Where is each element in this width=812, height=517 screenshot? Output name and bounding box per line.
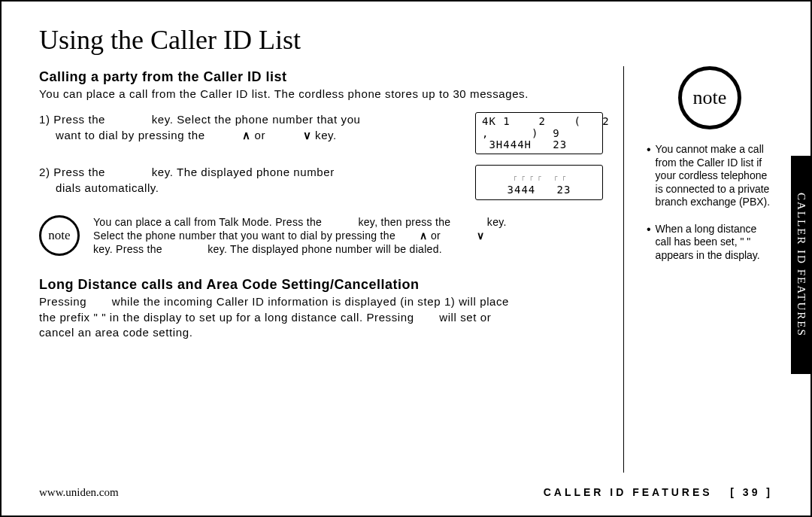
in-l1b: key, then press the [358,216,450,228]
section-heading-calling: Calling a party from the Caller ID list [39,69,604,85]
step1-pre: 1) Press the [39,113,105,126]
lcd-display-1: 4K 1 2 ( 2 , ) 9 3H444H 23 [475,112,603,154]
page: Using the Caller ID List Calling a party… [0,0,812,517]
ld-body: Pressing while the incoming Caller ID in… [39,294,604,340]
step2-pre: 2) Press the [39,166,105,178]
page-title: Using the Caller ID List [39,24,773,56]
long-distance-section: Long Distance calls and Area Code Settin… [39,277,604,340]
up-arrow-icon: ∧ [242,129,251,141]
in-l1a: You can place a call from Talk Mode. Pre… [93,216,322,228]
step2-line2: dials automatically. [39,181,159,194]
lcd1-l2: , ) 9 [482,127,560,139]
note-small-label: note [48,228,70,243]
lcd2-dash: ┌ ┌ ┌ ┌ ┌ ┌ [513,173,565,181]
up-arrow-icon: ∧ [420,230,427,242]
inline-note-text: You can place a call from Talk Mode. Pre… [93,215,604,257]
right-b2-text: When a long distance call has been set, … [656,223,773,263]
ld-p2b: will set or [439,311,491,324]
lcd1-l1: 4K 1 2 ( 2 [482,115,610,127]
ld-p1b: while the incoming Caller ID information… [112,295,509,308]
lcd2-line: 3444 23 [508,184,571,196]
lcd1-l3: 3H444H 23 [482,138,567,151]
footer: www.uniden.com CALLER ID FEATURES [ 39 ] [39,486,773,499]
main-columns: Calling a party from the Caller ID list … [39,66,773,473]
step1-line2a: want to dial by pressing the [39,129,205,141]
note-big-holder: note [647,66,773,129]
footer-section-label: CALLER ID FEATURES [544,486,713,498]
note-icon-small: note [39,215,80,256]
right-b1-text: You cannot make a call from the Caller I… [656,143,773,209]
step-1: 1) Press the key. Select the phone numbe… [39,112,604,154]
down-arrow-icon: ∨ [477,230,484,242]
lcd-display-2: ┌ ┌ ┌ ┌ ┌ ┌ 3444 23 [475,165,603,199]
right-column: note • You cannot make a call from the C… [647,66,773,473]
side-tab: CALLER ID FEATURES [791,156,810,374]
ld-p3: cancel an area code setting. [39,326,192,339]
in-l2a: Select the phone number that you want to… [93,230,395,242]
bullet-icon: • [647,223,651,263]
in-l3b: key. The displayed phone number will be … [208,243,442,255]
spacer [647,209,773,221]
step-2: 2) Press the key. The displayed phone nu… [39,165,604,199]
step-2-text: 2) Press the key. The displayed phone nu… [39,165,460,196]
note-icon-big: note [678,66,741,129]
step2-mid: key. The displayed phone number [152,166,335,178]
ld-p2a: the prefix " " in the display to set up … [39,311,414,324]
step1-mid: key. Select the phone number that you [152,113,361,126]
inline-note-block: note You can place a call from Talk Mode… [39,215,604,257]
section-intro: You can place a call from the Caller ID … [39,87,604,102]
ld-p1a: Pressing [39,295,86,308]
down-arrow-icon: ∨ [303,129,312,141]
step-1-text: 1) Press the key. Select the phone numbe… [39,112,460,143]
step1-end: key. [315,129,337,141]
bullet-icon: • [647,143,651,209]
in-l1c: key. [487,216,507,228]
step1-or: or [255,129,266,141]
section-heading-ld: Long Distance calls and Area Code Settin… [39,277,604,293]
footer-url: www.uniden.com [39,486,119,499]
footer-section: CALLER ID FEATURES [ 39 ] [544,486,773,498]
in-l2or: or [431,230,441,242]
footer-page: [ 39 ] [730,486,773,498]
in-l3a: key. Press the [93,243,162,255]
right-bullet-2: • When a long distance call has been set… [647,223,773,263]
left-column: Calling a party from the Caller ID list … [39,66,624,473]
right-bullet-1: • You cannot make a call from the Caller… [647,143,773,209]
note-big-label: note [693,86,727,111]
